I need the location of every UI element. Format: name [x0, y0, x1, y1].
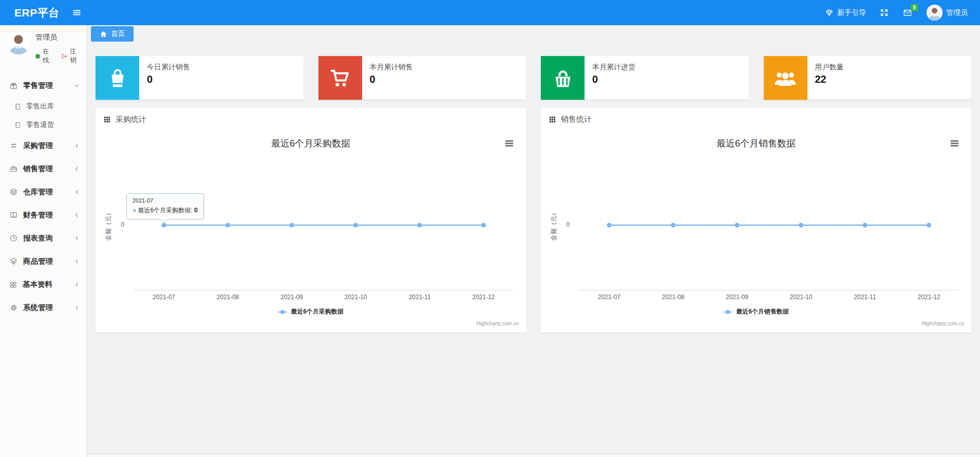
footer-bar	[88, 453, 980, 457]
sidebar-menu: 零售管理零售出库零售退货采购管理销售管理仓库管理财务管理报表查询商品管理基本资料…	[0, 74, 87, 319]
th-grid-icon	[103, 116, 111, 123]
chevron-left-icon	[74, 212, 80, 218]
chart-title: 最近6个月采购数据	[96, 137, 526, 150]
stat-card-value: 0	[592, 74, 635, 85]
sidebar-item-7[interactable]: 商品管理	[0, 250, 87, 273]
home-icon	[100, 30, 107, 38]
online-status-dot	[35, 54, 40, 59]
chevron-down-icon	[74, 83, 80, 88]
logout-button[interactable]: 注销	[61, 47, 82, 65]
fullscreen-button[interactable]	[880, 8, 889, 17]
sidebar-user-panel: 管理员 在线 注销	[0, 25, 87, 70]
x-axis-tick: 2021-07	[141, 294, 187, 301]
sidebar-subitem-label: 零售退货	[26, 120, 54, 130]
sidebar-item-label: 仓库管理	[23, 187, 53, 197]
logout-label: 注销	[70, 47, 82, 65]
legend-label: 最近6个月销售数据	[736, 307, 789, 316]
x-axis-tick: 2021-12	[906, 294, 952, 301]
gift-icon	[9, 81, 18, 90]
sidebar-item-label: 基本资料	[23, 280, 52, 289]
chevron-left-icon	[74, 259, 80, 264]
tab-bar: 首页	[88, 25, 980, 42]
sidebar-item-8[interactable]: 基本资料	[0, 273, 87, 296]
chart-context-menu-button[interactable]	[949, 138, 960, 150]
layers-icon	[9, 188, 18, 196]
stat-card-icon-box	[318, 56, 362, 100]
stat-card-content: 今日累计销售0	[139, 56, 190, 100]
x-axis-tick: 2021-10	[778, 294, 824, 301]
chart-legend[interactable]: 最近6个月采购数据	[96, 307, 526, 316]
gear-icon	[9, 303, 18, 312]
exchange-icon	[9, 141, 18, 150]
sidebar-item-label: 报表查询	[23, 233, 53, 243]
y-axis-tick: 0	[556, 221, 570, 228]
chart-panels-row: 采购统计最近6个月采购数据金额（元）02021-072021-082021-09…	[88, 100, 980, 333]
x-axis-tick: 2021-09	[269, 294, 315, 301]
sidebar-item-label: 系统管理	[23, 303, 53, 313]
sidebar-item-label: 零售管理	[23, 81, 53, 90]
sidebar-submenu: 零售出库零售退货	[0, 97, 87, 134]
chart-panel-1: 采购统计最近6个月采购数据金额（元）02021-072021-082021-09…	[96, 108, 526, 333]
tooltip-series-name: 最近6个月采购数据:	[138, 207, 194, 214]
stat-card-value: 22	[815, 74, 844, 85]
chart-title: 最近6个月销售数据	[541, 137, 971, 150]
sidebar-item-1[interactable]: 零售管理	[0, 74, 87, 97]
sidebar-subitem-1[interactable]: 零售出库	[0, 97, 87, 116]
chevron-left-icon	[74, 305, 80, 310]
messages-button[interactable]: 0	[902, 8, 913, 17]
legend-marker-icon	[278, 308, 287, 316]
sidebar-item-label: 财务管理	[23, 210, 53, 220]
legend-marker-icon	[723, 308, 732, 316]
app-logo[interactable]: ERP平台	[14, 6, 60, 20]
y-axis-tick: 0	[111, 221, 124, 228]
user-menu[interactable]: 管理员	[927, 5, 968, 21]
chevron-left-icon	[74, 143, 80, 149]
open-book-icon	[9, 211, 18, 220]
line-chart-svg	[541, 131, 971, 333]
username-label: 管理员	[946, 8, 968, 17]
chart-area: 最近6个月采购数据金额（元）02021-072021-082021-092021…	[96, 131, 526, 333]
chevron-left-icon	[74, 189, 80, 195]
stat-card-content: 本月累计进货0	[585, 56, 635, 100]
sidebar-item-5[interactable]: 财务管理	[0, 204, 87, 227]
th-grid-icon	[549, 116, 556, 123]
sidebar-item-label: 商品管理	[23, 257, 53, 266]
sidebar-item-6[interactable]: 报表查询	[0, 227, 87, 250]
chart-context-menu-button[interactable]	[504, 138, 515, 150]
panel-header: 销售统计	[541, 108, 971, 131]
sidebar-user-avatar	[7, 31, 30, 54]
tooltip-category: 2021-07	[133, 197, 198, 204]
chart-tooltip: 2021-07● 最近6个月采购数据: 0	[126, 193, 204, 220]
sidebar-item-4[interactable]: 仓库管理	[0, 180, 87, 204]
sidebar-subitem-2[interactable]: 零售退货	[0, 116, 87, 134]
panel-title: 销售统计	[561, 115, 592, 124]
sidebar-item-2[interactable]: 采购管理	[0, 134, 87, 157]
stat-card-4: 用户数量22	[764, 56, 972, 100]
tooltip-series-row: ● 最近6个月采购数据: 0	[133, 206, 198, 215]
chevron-left-icon	[74, 166, 80, 172]
sidebar-toggle-button[interactable]	[72, 8, 82, 17]
user-avatar	[927, 5, 943, 21]
sidebar-item-label: 销售管理	[23, 164, 53, 174]
message-count-badge: 0	[911, 4, 918, 11]
panel-title: 采购统计	[116, 115, 146, 124]
x-axis-tick: 2021-07	[586, 294, 632, 301]
tooltip-arrow	[160, 219, 168, 223]
x-axis-tick: 2021-11	[397, 294, 443, 301]
stat-card-title: 本月累计进货	[592, 63, 635, 72]
journal-icon	[14, 103, 22, 111]
line-chart-svg	[96, 131, 526, 333]
tab-home[interactable]: 首页	[91, 26, 134, 42]
stat-card-1: 今日累计销售0	[96, 56, 304, 100]
newbie-guide-button[interactable]: 新手引导	[825, 8, 866, 17]
sidebar: 管理员 在线 注销 零售管理零售出库零售退货采购管理销售管理仓库管理财务管理报表…	[0, 25, 87, 457]
context-menu-icon	[505, 140, 513, 147]
legend-label: 最近6个月采购数据	[291, 307, 344, 316]
stat-card-content: 用户数量22	[807, 56, 844, 100]
chart-legend[interactable]: 最近6个月销售数据	[541, 307, 971, 316]
sidebar-item-9[interactable]: 系统管理	[0, 296, 87, 319]
x-axis-tick: 2021-09	[714, 294, 760, 301]
sidebar-item-label: 采购管理	[23, 141, 53, 151]
sidebar-item-3[interactable]: 销售管理	[0, 157, 87, 180]
tooltip-value: 0	[194, 207, 198, 214]
